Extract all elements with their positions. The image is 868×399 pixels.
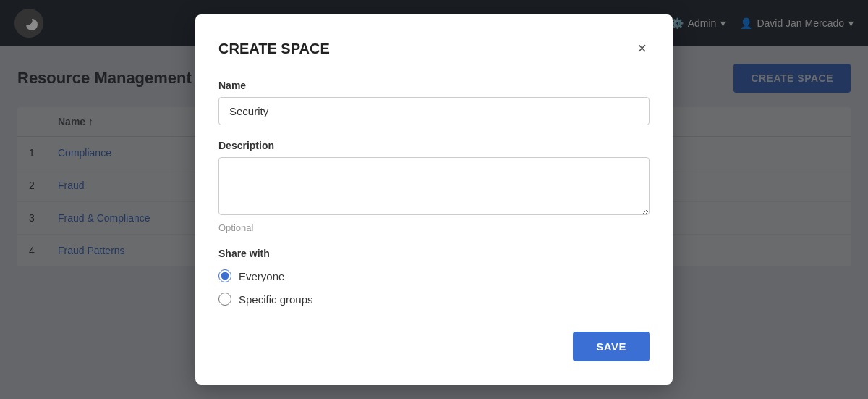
modal-header: CREATE SPACE × [218,38,650,59]
name-form-group: Name [218,80,650,125]
description-hint: Optional [218,222,650,233]
radio-everyone-item[interactable]: Everyone [218,269,650,282]
description-form-group: Description Optional [218,140,650,233]
modal-footer: SAVE [218,332,650,361]
radio-specific-input[interactable] [218,293,231,306]
radio-everyone-input[interactable] [218,269,231,282]
modal-overlay: CREATE SPACE × Name Description Optional… [0,0,868,399]
share-with-group: Share with Everyone Specific groups [218,248,650,306]
radio-specific-label: Specific groups [239,293,313,306]
create-space-modal: CREATE SPACE × Name Description Optional… [195,14,673,385]
description-textarea[interactable] [218,157,650,215]
modal-title: CREATE SPACE [218,41,330,57]
modal-close-button[interactable]: × [634,38,650,59]
share-with-label: Share with [218,248,650,259]
share-radio-group: Everyone Specific groups [218,269,650,306]
name-label: Name [218,80,650,91]
save-button[interactable]: SAVE [573,332,650,361]
name-input[interactable] [218,97,650,125]
description-label: Description [218,140,650,151]
radio-everyone-label: Everyone [239,270,284,282]
radio-specific-item[interactable]: Specific groups [218,293,650,306]
